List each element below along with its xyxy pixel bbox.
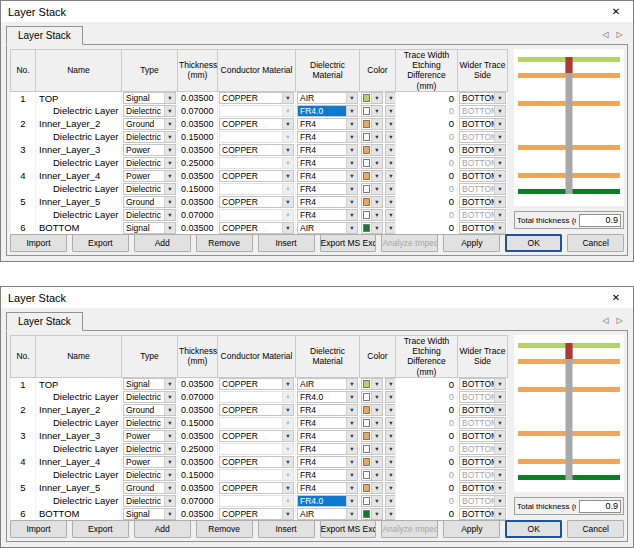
- add-button[interactable]: Add: [134, 234, 191, 252]
- color-style-dropdown[interactable]: ▾: [385, 391, 396, 403]
- type-dropdown[interactable]: Ground ▾: [123, 404, 176, 416]
- conductor-material-dropdown[interactable]: COPPER ▾: [219, 378, 294, 390]
- cancel-button[interactable]: Cancel: [567, 520, 624, 538]
- color-style-dropdown[interactable]: ▾: [385, 131, 396, 143]
- type-dropdown[interactable]: Signal ▾: [123, 378, 176, 390]
- color-style-dropdown[interactable]: ▾: [385, 430, 396, 442]
- conductor-material-dropdown[interactable]: COPPER ▾: [219, 118, 294, 130]
- color-dropdown[interactable]: ▾: [361, 170, 383, 182]
- thickness-field[interactable]: 0.03500: [179, 171, 216, 181]
- thickness-field[interactable]: 0.15000: [179, 184, 216, 194]
- tab-scroll-right-button[interactable]: ▷: [614, 30, 625, 40]
- dielectric-material-dropdown[interactable]: FR4 ▾: [297, 430, 358, 442]
- conductor-material-dropdown[interactable]: COPPER ▾: [219, 508, 294, 520]
- ok-button[interactable]: OK: [505, 234, 562, 252]
- conductor-material-dropdown[interactable]: COPPER ▾: [219, 430, 294, 442]
- apply-button[interactable]: Apply: [443, 234, 500, 252]
- dielectric-material-dropdown[interactable]: FR4 ▾: [297, 209, 358, 221]
- wider-trace-side-dropdown[interactable]: BOTTOM ▾: [459, 482, 506, 494]
- type-dropdown[interactable]: Dielectric ▾: [123, 417, 176, 429]
- thickness-field[interactable]: 0.07000: [179, 392, 216, 402]
- type-dropdown[interactable]: Signal ▾: [123, 222, 176, 234]
- cancel-button[interactable]: Cancel: [567, 234, 624, 252]
- tab-scroll-left-button[interactable]: ◁: [600, 30, 611, 40]
- color-style-dropdown[interactable]: ▾: [385, 482, 396, 494]
- dielectric-material-dropdown[interactable]: FR4.0 ▾: [297, 495, 358, 507]
- dielectric-material-dropdown[interactable]: FR4 ▾: [297, 417, 358, 429]
- tab-scroll-right-button[interactable]: ▷: [614, 316, 625, 326]
- dielectric-material-dropdown[interactable]: FR4 ▾: [297, 196, 358, 208]
- thickness-field[interactable]: 0.03500: [179, 509, 216, 519]
- thickness-field[interactable]: 0.03500: [179, 431, 216, 441]
- type-dropdown[interactable]: Dielectric ▾: [123, 469, 176, 481]
- color-style-dropdown[interactable]: ▾: [385, 92, 396, 104]
- conductor-material-dropdown[interactable]: ▾: [219, 469, 294, 481]
- color-style-dropdown[interactable]: ▾: [385, 183, 396, 195]
- type-dropdown[interactable]: Dielectric ▾: [123, 131, 176, 143]
- type-dropdown[interactable]: Dielectric ▾: [123, 105, 176, 117]
- color-style-dropdown[interactable]: ▾: [385, 222, 396, 234]
- thickness-field[interactable]: 0.07000: [179, 210, 216, 220]
- color-dropdown[interactable]: ▾: [361, 430, 383, 442]
- close-button[interactable]: ✕: [599, 287, 633, 308]
- thickness-field[interactable]: 0.03500: [179, 457, 216, 467]
- wider-trace-side-dropdown[interactable]: BOTTOM ▾: [459, 469, 506, 481]
- wider-trace-side-dropdown[interactable]: BOTTOM ▾: [459, 456, 506, 468]
- dielectric-material-dropdown[interactable]: AIR ▾: [297, 92, 358, 104]
- color-style-dropdown[interactable]: ▾: [385, 170, 396, 182]
- conductor-material-dropdown[interactable]: COPPER ▾: [219, 222, 294, 234]
- type-dropdown[interactable]: Dielectric ▾: [123, 495, 176, 507]
- dielectric-material-dropdown[interactable]: AIR ▾: [297, 222, 358, 234]
- conductor-material-dropdown[interactable]: ▾: [219, 417, 294, 429]
- conductor-material-dropdown[interactable]: COPPER ▾: [219, 92, 294, 104]
- import-button[interactable]: Import: [10, 234, 67, 252]
- conductor-material-dropdown[interactable]: COPPER ▾: [219, 456, 294, 468]
- dielectric-material-dropdown[interactable]: FR4 ▾: [297, 183, 358, 195]
- export-button[interactable]: Export: [72, 520, 129, 538]
- type-dropdown[interactable]: Dielectric ▾: [123, 391, 176, 403]
- ok-button[interactable]: OK: [505, 520, 562, 538]
- color-dropdown[interactable]: ▾: [361, 404, 383, 416]
- dielectric-material-dropdown[interactable]: FR4 ▾: [297, 443, 358, 455]
- dielectric-material-dropdown[interactable]: FR4 ▾: [297, 404, 358, 416]
- wider-trace-side-dropdown[interactable]: BOTTOM ▾: [459, 391, 506, 403]
- wider-trace-side-dropdown[interactable]: BOTTOM ▾: [459, 144, 506, 156]
- dielectric-material-dropdown[interactable]: FR4 ▾: [297, 131, 358, 143]
- conductor-material-dropdown[interactable]: ▾: [219, 443, 294, 455]
- import-button[interactable]: Import: [10, 520, 67, 538]
- wider-trace-side-dropdown[interactable]: BOTTOM ▾: [459, 378, 506, 390]
- color-dropdown[interactable]: ▾: [361, 92, 383, 104]
- dielectric-material-dropdown[interactable]: FR4 ▾: [297, 157, 358, 169]
- export-ms-excel-button[interactable]: Export MS Excel: [320, 234, 377, 252]
- wider-trace-side-dropdown[interactable]: BOTTOM ▾: [459, 495, 506, 507]
- type-dropdown[interactable]: Ground ▾: [123, 482, 176, 494]
- wider-trace-side-dropdown[interactable]: BOTTOM ▾: [459, 430, 506, 442]
- conductor-material-dropdown[interactable]: ▾: [219, 183, 294, 195]
- dielectric-material-dropdown[interactable]: AIR ▾: [297, 378, 358, 390]
- color-dropdown[interactable]: ▾: [361, 105, 383, 117]
- conductor-material-dropdown[interactable]: COPPER ▾: [219, 404, 294, 416]
- export-button[interactable]: Export: [72, 234, 129, 252]
- type-dropdown[interactable]: Signal ▾: [123, 508, 176, 520]
- color-style-dropdown[interactable]: ▾: [385, 404, 396, 416]
- wider-trace-side-dropdown[interactable]: BOTTOM ▾: [459, 196, 506, 208]
- color-dropdown[interactable]: ▾: [361, 144, 383, 156]
- type-dropdown[interactable]: Dielectric ▾: [123, 443, 176, 455]
- tab-scroll-left-button[interactable]: ◁: [600, 316, 611, 326]
- conductor-material-dropdown[interactable]: ▾: [219, 495, 294, 507]
- wider-trace-side-dropdown[interactable]: BOTTOM ▾: [459, 417, 506, 429]
- remove-button[interactable]: Remove: [196, 520, 253, 538]
- wider-trace-side-dropdown[interactable]: BOTTOM ▾: [459, 508, 506, 520]
- export-ms-excel-button[interactable]: Export MS Excel: [320, 520, 377, 538]
- dielectric-material-dropdown[interactable]: FR4 ▾: [297, 118, 358, 130]
- add-button[interactable]: Add: [134, 520, 191, 538]
- type-dropdown[interactable]: Power ▾: [123, 170, 176, 182]
- color-style-dropdown[interactable]: ▾: [385, 105, 396, 117]
- color-dropdown[interactable]: ▾: [361, 443, 383, 455]
- color-style-dropdown[interactable]: ▾: [385, 508, 396, 520]
- remove-button[interactable]: Remove: [196, 234, 253, 252]
- type-dropdown[interactable]: Dielectric ▾: [123, 157, 176, 169]
- color-dropdown[interactable]: ▾: [361, 378, 383, 390]
- wider-trace-side-dropdown[interactable]: BOTTOM ▾: [459, 118, 506, 130]
- wider-trace-side-dropdown[interactable]: BOTTOM ▾: [459, 131, 506, 143]
